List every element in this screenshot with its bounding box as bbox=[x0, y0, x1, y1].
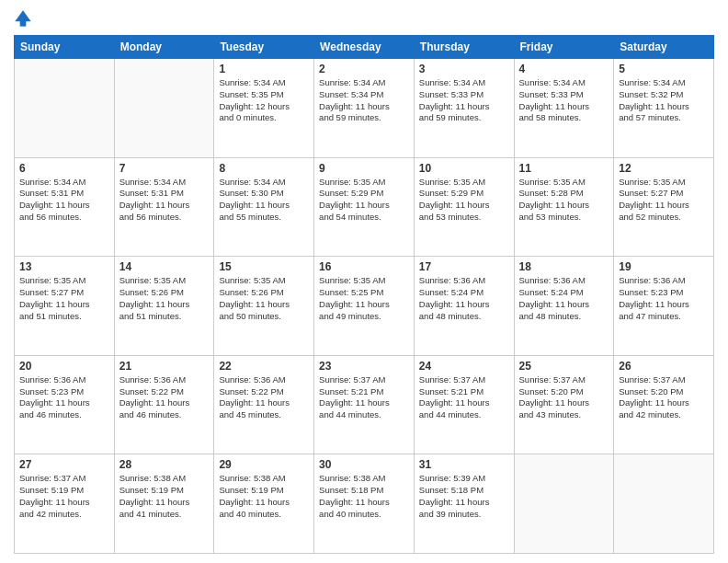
day-number: 13 bbox=[19, 260, 109, 273]
day-number: 6 bbox=[19, 162, 109, 175]
calendar-cell: 1Sunrise: 5:34 AMSunset: 5:35 PMDaylight… bbox=[214, 59, 314, 158]
day-number: 20 bbox=[19, 360, 109, 373]
cell-info: Sunrise: 5:37 AMSunset: 5:20 PMDaylight:… bbox=[519, 374, 609, 421]
day-number: 10 bbox=[419, 162, 509, 175]
col-header-tuesday: Tuesday bbox=[214, 36, 314, 59]
cell-info: Sunrise: 5:34 AMSunset: 5:35 PMDaylight:… bbox=[219, 77, 309, 124]
col-header-monday: Monday bbox=[114, 36, 214, 59]
calendar-cell: 15Sunrise: 5:35 AMSunset: 5:26 PMDayligh… bbox=[214, 257, 314, 356]
calendar-cell: 13Sunrise: 5:35 AMSunset: 5:27 PMDayligh… bbox=[15, 257, 115, 356]
cell-info: Sunrise: 5:37 AMSunset: 5:21 PMDaylight:… bbox=[419, 374, 509, 421]
calendar-table: SundayMondayTuesdayWednesdayThursdayFrid… bbox=[14, 35, 714, 554]
calendar-cell: 6Sunrise: 5:34 AMSunset: 5:31 PMDaylight… bbox=[15, 157, 115, 257]
day-number: 12 bbox=[619, 162, 709, 175]
calendar-cell: 20Sunrise: 5:36 AMSunset: 5:23 PMDayligh… bbox=[15, 355, 115, 454]
day-number: 3 bbox=[419, 63, 509, 75]
cell-info: Sunrise: 5:36 AMSunset: 5:23 PMDaylight:… bbox=[619, 275, 709, 322]
day-number: 25 bbox=[519, 360, 609, 373]
col-header-sunday: Sunday bbox=[15, 36, 115, 59]
calendar-cell: 9Sunrise: 5:35 AMSunset: 5:29 PMDaylight… bbox=[314, 157, 415, 257]
day-number: 29 bbox=[219, 458, 309, 471]
calendar-cell bbox=[614, 454, 714, 554]
calendar-cell: 29Sunrise: 5:38 AMSunset: 5:19 PMDayligh… bbox=[214, 454, 314, 554]
calendar-cell: 27Sunrise: 5:37 AMSunset: 5:19 PMDayligh… bbox=[15, 454, 115, 554]
calendar-cell: 23Sunrise: 5:37 AMSunset: 5:21 PMDayligh… bbox=[314, 355, 415, 454]
calendar-cell: 21Sunrise: 5:36 AMSunset: 5:22 PMDayligh… bbox=[114, 355, 214, 454]
calendar-cell: 18Sunrise: 5:36 AMSunset: 5:24 PMDayligh… bbox=[514, 257, 614, 356]
week-row-1: 6Sunrise: 5:34 AMSunset: 5:31 PMDaylight… bbox=[15, 157, 714, 257]
calendar-cell bbox=[15, 59, 115, 158]
svg-marker-0 bbox=[15, 10, 30, 21]
cell-info: Sunrise: 5:35 AMSunset: 5:28 PMDaylight:… bbox=[519, 177, 609, 224]
day-number: 23 bbox=[319, 360, 409, 373]
calendar-cell: 22Sunrise: 5:36 AMSunset: 5:22 PMDayligh… bbox=[214, 355, 314, 454]
cell-info: Sunrise: 5:35 AMSunset: 5:29 PMDaylight:… bbox=[319, 177, 409, 224]
cell-info: Sunrise: 5:36 AMSunset: 5:24 PMDaylight:… bbox=[419, 275, 509, 322]
calendar-cell: 4Sunrise: 5:34 AMSunset: 5:33 PMDaylight… bbox=[514, 59, 614, 158]
day-number: 5 bbox=[619, 63, 709, 75]
calendar-cell: 2Sunrise: 5:34 AMSunset: 5:34 PMDaylight… bbox=[314, 59, 415, 158]
logo-icon bbox=[14, 9, 32, 28]
week-row-2: 13Sunrise: 5:35 AMSunset: 5:27 PMDayligh… bbox=[15, 257, 714, 356]
calendar-cell: 10Sunrise: 5:35 AMSunset: 5:29 PMDayligh… bbox=[414, 157, 514, 257]
day-number: 1 bbox=[219, 63, 309, 75]
calendar-cell bbox=[514, 454, 614, 554]
calendar-cell bbox=[114, 59, 214, 158]
day-number: 26 bbox=[619, 360, 709, 373]
calendar-cell: 16Sunrise: 5:35 AMSunset: 5:25 PMDayligh… bbox=[314, 257, 415, 356]
day-number: 28 bbox=[119, 458, 210, 471]
calendar-cell: 7Sunrise: 5:34 AMSunset: 5:31 PMDaylight… bbox=[114, 157, 214, 257]
cell-info: Sunrise: 5:34 AMSunset: 5:30 PMDaylight:… bbox=[219, 177, 309, 224]
cell-info: Sunrise: 5:36 AMSunset: 5:23 PMDaylight:… bbox=[19, 374, 109, 421]
day-number: 4 bbox=[519, 63, 609, 75]
day-number: 15 bbox=[219, 260, 309, 273]
cell-info: Sunrise: 5:35 AMSunset: 5:25 PMDaylight:… bbox=[319, 275, 409, 322]
day-number: 18 bbox=[519, 260, 609, 273]
week-row-3: 20Sunrise: 5:36 AMSunset: 5:23 PMDayligh… bbox=[15, 355, 714, 454]
day-number: 21 bbox=[119, 360, 210, 373]
day-number: 24 bbox=[419, 360, 509, 373]
day-number: 14 bbox=[119, 260, 210, 273]
cell-info: Sunrise: 5:38 AMSunset: 5:18 PMDaylight:… bbox=[319, 473, 409, 520]
calendar-cell: 28Sunrise: 5:38 AMSunset: 5:19 PMDayligh… bbox=[114, 454, 214, 554]
calendar-cell: 8Sunrise: 5:34 AMSunset: 5:30 PMDaylight… bbox=[214, 157, 314, 257]
calendar-cell: 12Sunrise: 5:35 AMSunset: 5:27 PMDayligh… bbox=[614, 157, 714, 257]
calendar-cell: 11Sunrise: 5:35 AMSunset: 5:28 PMDayligh… bbox=[514, 157, 614, 257]
day-number: 22 bbox=[219, 360, 309, 373]
logo bbox=[14, 9, 36, 28]
cell-info: Sunrise: 5:34 AMSunset: 5:34 PMDaylight:… bbox=[319, 77, 409, 124]
cell-info: Sunrise: 5:37 AMSunset: 5:21 PMDaylight:… bbox=[319, 374, 409, 421]
day-number: 9 bbox=[319, 162, 409, 175]
cell-info: Sunrise: 5:36 AMSunset: 5:22 PMDaylight:… bbox=[219, 374, 309, 421]
cell-info: Sunrise: 5:34 AMSunset: 5:33 PMDaylight:… bbox=[519, 77, 609, 124]
page: SundayMondayTuesdayWednesdayThursdayFrid… bbox=[0, 0, 728, 563]
calendar-cell: 25Sunrise: 5:37 AMSunset: 5:20 PMDayligh… bbox=[514, 355, 614, 454]
calendar-cell: 19Sunrise: 5:36 AMSunset: 5:23 PMDayligh… bbox=[614, 257, 714, 356]
calendar-cell: 3Sunrise: 5:34 AMSunset: 5:33 PMDaylight… bbox=[414, 59, 514, 158]
cell-info: Sunrise: 5:35 AMSunset: 5:29 PMDaylight:… bbox=[419, 177, 509, 224]
cell-info: Sunrise: 5:36 AMSunset: 5:24 PMDaylight:… bbox=[519, 275, 609, 322]
calendar-cell: 31Sunrise: 5:39 AMSunset: 5:18 PMDayligh… bbox=[414, 454, 514, 554]
cell-info: Sunrise: 5:35 AMSunset: 5:27 PMDaylight:… bbox=[19, 275, 109, 322]
cell-info: Sunrise: 5:35 AMSunset: 5:27 PMDaylight:… bbox=[619, 177, 709, 224]
day-number: 8 bbox=[219, 162, 309, 175]
calendar-cell: 30Sunrise: 5:38 AMSunset: 5:18 PMDayligh… bbox=[314, 454, 415, 554]
calendar-cell: 24Sunrise: 5:37 AMSunset: 5:21 PMDayligh… bbox=[414, 355, 514, 454]
day-number: 2 bbox=[319, 63, 409, 75]
cell-info: Sunrise: 5:37 AMSunset: 5:20 PMDaylight:… bbox=[619, 374, 709, 421]
svg-rect-1 bbox=[20, 20, 27, 27]
day-number: 17 bbox=[419, 260, 509, 273]
cell-info: Sunrise: 5:38 AMSunset: 5:19 PMDaylight:… bbox=[119, 473, 210, 520]
col-header-thursday: Thursday bbox=[414, 36, 514, 59]
col-header-wednesday: Wednesday bbox=[314, 36, 415, 59]
cell-info: Sunrise: 5:38 AMSunset: 5:19 PMDaylight:… bbox=[219, 473, 309, 520]
day-number: 7 bbox=[119, 162, 210, 175]
col-header-saturday: Saturday bbox=[614, 36, 714, 59]
day-number: 19 bbox=[619, 260, 709, 273]
day-number: 27 bbox=[19, 458, 109, 471]
cell-info: Sunrise: 5:37 AMSunset: 5:19 PMDaylight:… bbox=[19, 473, 109, 520]
col-header-friday: Friday bbox=[514, 36, 614, 59]
day-number: 11 bbox=[519, 162, 609, 175]
cell-info: Sunrise: 5:35 AMSunset: 5:26 PMDaylight:… bbox=[119, 275, 210, 322]
day-number: 30 bbox=[319, 458, 409, 471]
